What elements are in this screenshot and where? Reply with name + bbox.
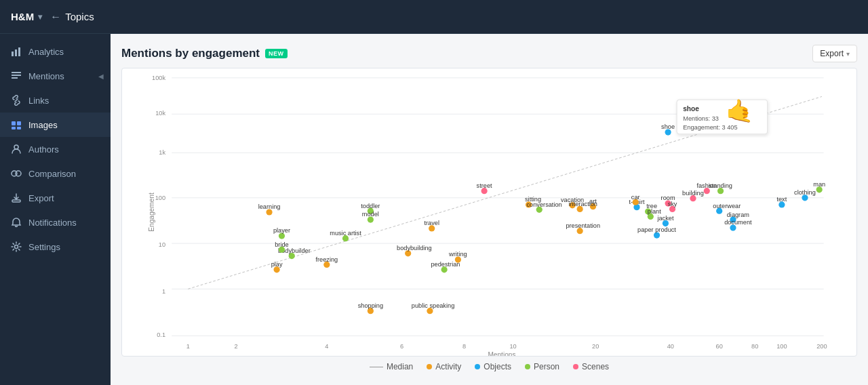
export-chevron-icon: ▾ xyxy=(846,50,850,58)
svg-text:100: 100 xyxy=(155,195,165,201)
svg-text:jacket: jacket xyxy=(656,215,673,222)
svg-text:model: model xyxy=(362,211,379,218)
svg-rect-3 xyxy=(12,72,21,73)
svg-text:10k: 10k xyxy=(155,110,165,117)
svg-rect-0 xyxy=(12,52,14,56)
main-content: Mentions by engagement NEW Export ▾ 100k… xyxy=(111,34,868,385)
svg-text:shoe: shoe xyxy=(661,123,675,130)
svg-text:presentation: presentation xyxy=(566,222,600,229)
person-dot-icon xyxy=(525,364,530,369)
svg-text:bodybuilding: bodybuilding xyxy=(397,245,432,251)
svg-rect-5 xyxy=(12,77,18,79)
svg-text:street: street xyxy=(477,182,492,189)
sidebar-item-authors[interactable]: Authors xyxy=(0,137,111,161)
brand-chevron-icon: ▾ xyxy=(38,12,42,22)
svg-text:writing: writing xyxy=(448,251,467,258)
images-icon xyxy=(11,119,22,130)
settings-icon xyxy=(11,241,22,252)
page-title: Topics xyxy=(65,11,94,22)
legend-activity-label: Activity xyxy=(435,362,461,371)
app-container: H&M ▾ ← Topics Analytics xyxy=(0,0,868,385)
legend-objects-label: Objects xyxy=(484,362,511,371)
svg-text:Mentions: Mentions xyxy=(488,351,515,356)
svg-text:clothing: clothing xyxy=(794,189,816,196)
sidebar-item-export[interactable]: Export xyxy=(0,186,111,210)
svg-text:2: 2 xyxy=(235,343,238,350)
chart-header: Mentions by engagement NEW Export ▾ xyxy=(121,45,857,62)
topbar-nav: ← Topics xyxy=(50,11,94,23)
sidebar-label-mentions: Mentions xyxy=(28,71,64,81)
svg-text:40: 40 xyxy=(667,343,674,350)
svg-text:1: 1 xyxy=(162,288,165,295)
svg-text:diagram: diagram xyxy=(727,211,750,218)
chart-title-text: Mentions by engagement xyxy=(121,47,260,60)
svg-text:player: player xyxy=(273,227,290,234)
svg-text:80: 80 xyxy=(751,343,758,350)
svg-rect-2 xyxy=(18,47,20,56)
legend-scenes: Scenes xyxy=(573,362,609,371)
svg-rect-8 xyxy=(12,127,16,129)
svg-text:🤙: 🤙 xyxy=(726,98,754,125)
svg-rect-9 xyxy=(17,127,21,129)
brand-name: H&M xyxy=(11,11,34,22)
sidebar-label-analytics: Analytics xyxy=(28,47,64,57)
svg-text:freezing: freezing xyxy=(315,256,338,263)
svg-text:shopping: shopping xyxy=(358,302,383,309)
svg-text:Engagement: Engagement xyxy=(148,192,155,232)
svg-text:document: document xyxy=(724,219,752,226)
legend-objects: Objects xyxy=(475,362,511,371)
sidebar-label-export: Export xyxy=(28,193,54,203)
scatter-chart: 100k 10k 1k 100 10 1 0.1 Engagement xyxy=(122,68,856,356)
authors-icon xyxy=(11,144,22,155)
svg-text:paper product: paper product xyxy=(637,226,676,233)
back-button[interactable]: ← xyxy=(50,11,61,23)
chart-icon xyxy=(11,46,22,57)
mentions-chevron-icon: ◀ xyxy=(98,73,104,80)
sidebar-label-notifications: Notifications xyxy=(28,218,77,228)
svg-text:travel: travel xyxy=(424,220,439,226)
svg-point-14 xyxy=(15,245,18,249)
sidebar-item-links[interactable]: Links xyxy=(0,88,111,113)
svg-text:100: 100 xyxy=(776,343,787,350)
export-button[interactable]: Export ▾ xyxy=(812,45,857,62)
sidebar-item-notifications[interactable]: Notifications xyxy=(0,210,111,235)
sidebar-item-images[interactable]: Images xyxy=(0,113,111,137)
svg-text:fashion: fashion xyxy=(696,182,717,189)
svg-text:car: car xyxy=(631,194,640,201)
svg-text:0.1: 0.1 xyxy=(157,331,165,338)
sidebar-item-settings[interactable]: Settings xyxy=(0,235,111,259)
objects-dot-icon xyxy=(475,364,480,369)
export-icon xyxy=(11,192,22,203)
svg-text:bride: bride xyxy=(275,241,288,248)
svg-text:10: 10 xyxy=(509,343,516,350)
svg-text:building: building xyxy=(682,190,704,197)
svg-text:play: play xyxy=(271,261,283,268)
activity-dot-icon xyxy=(427,364,432,369)
svg-text:1k: 1k xyxy=(159,149,165,156)
sidebar-label-settings: Settings xyxy=(28,242,60,252)
svg-text:plant: plant xyxy=(648,208,661,215)
sidebar-item-comparison[interactable]: Comparison xyxy=(0,161,111,186)
svg-rect-1 xyxy=(15,49,17,56)
svg-text:outerwear: outerwear xyxy=(713,203,741,209)
sidebar-label-comparison: Comparison xyxy=(28,169,76,179)
svg-text:1: 1 xyxy=(186,343,190,350)
sidebar-item-mentions[interactable]: Mentions ◀ xyxy=(0,64,111,88)
legend-person-label: Person xyxy=(534,362,559,371)
svg-text:conversation: conversation xyxy=(527,201,562,208)
svg-text:8: 8 xyxy=(462,343,466,350)
svg-text:text: text xyxy=(776,196,787,203)
notifications-icon xyxy=(11,217,22,228)
svg-text:20: 20 xyxy=(592,343,599,350)
sidebar-item-analytics[interactable]: Analytics xyxy=(0,39,111,64)
legend-median-label: Median xyxy=(387,362,413,371)
export-label: Export xyxy=(820,49,844,58)
svg-text:toddler: toddler xyxy=(361,203,380,209)
main-layout: Analytics Mentions ◀ xyxy=(0,34,868,385)
svg-text:Mentions: 33: Mentions: 33 xyxy=(683,115,719,122)
brand[interactable]: H&M ▾ xyxy=(11,11,42,22)
chart-area: 100k 10k 1k 100 10 1 0.1 Engagement xyxy=(121,68,857,357)
svg-text:Engagement: 3 405: Engagement: 3 405 xyxy=(683,124,737,131)
svg-text:interaction: interaction xyxy=(569,201,597,207)
svg-rect-6 xyxy=(12,121,16,125)
